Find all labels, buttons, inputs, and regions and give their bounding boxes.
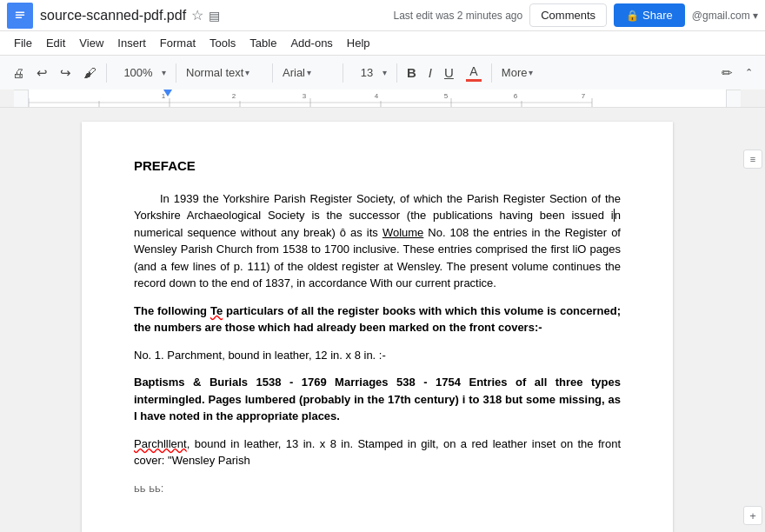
font-arrow-icon: ▾: [307, 68, 311, 77]
te-squiggly: Te: [210, 304, 223, 317]
notes-icon: ≡: [750, 154, 755, 164]
collapse-toolbar-button[interactable]: ⌃: [740, 60, 758, 86]
textcolor-button[interactable]: A: [461, 60, 487, 86]
app-icon: [7, 3, 33, 29]
divider-5: [396, 63, 397, 83]
textcolor-a-label: A: [469, 64, 477, 78]
right-sidebar: ≡ +: [741, 108, 765, 532]
font-value: Arial: [283, 66, 305, 79]
collapse-icon: ⌃: [745, 67, 753, 78]
svg-text:4: 4: [375, 92, 379, 100]
parchlllent-squiggly: Parchlllent: [134, 437, 187, 450]
paintformat-icon: 🖌: [83, 65, 96, 80]
divider-4: [343, 63, 343, 83]
svg-text:6: 6: [514, 92, 518, 100]
fontsize-value: 13: [353, 66, 381, 79]
divider-3: [272, 63, 273, 83]
wolume-link: Wolume: [382, 226, 423, 239]
paragraph-4: Baptisms & Burials 1538 - 1769 Marriages…: [134, 374, 621, 425]
top-bar: source-scanned-pdf.pdf ☆ ▤ Last edit was…: [0, 0, 765, 31]
document-scroll[interactable]: PREFACE In 1939 the Yorkshire Parish Reg…: [14, 108, 741, 532]
document-page: PREFACE In 1939 the Yorkshire Parish Reg…: [82, 122, 673, 532]
fontsize-arrow-icon: ▾: [382, 68, 387, 77]
bold-button[interactable]: B: [402, 60, 422, 86]
style-selector[interactable]: Normal text ▾: [181, 60, 268, 86]
title-area: source-scanned-pdf.pdf ☆ ▤: [40, 7, 393, 23]
paragraph-6: ьь ьь:: [134, 480, 621, 497]
more-label: More: [502, 66, 528, 79]
style-arrow-icon: ▾: [245, 68, 249, 77]
font-selector[interactable]: Arial ▾: [277, 60, 338, 86]
folder-icon[interactable]: ▤: [209, 9, 220, 23]
toolbar: 🖨 ↩ ↪ 🖌 100% ▾ Normal text ▾ Arial ▾ 13 …: [0, 56, 765, 90]
lock-icon: 🔒: [626, 10, 639, 22]
more-selector[interactable]: More ▾: [496, 60, 539, 86]
fontsize-selector[interactable]: 13 ▾: [348, 60, 392, 86]
paragraph-2: The following Te particulars of all the …: [134, 303, 621, 336]
menu-file[interactable]: File: [7, 33, 39, 53]
redo-icon: ↪: [60, 65, 71, 81]
underline-button[interactable]: U: [439, 60, 459, 86]
para2-bold: The following Te: [134, 304, 223, 317]
menu-addons[interactable]: Add-ons: [283, 33, 339, 53]
ruler: 1 2 3 4 5 6 7: [0, 90, 765, 108]
svg-text:1: 1: [162, 92, 166, 100]
textcolor-bar: [466, 79, 482, 82]
zoom-value: 100%: [116, 66, 160, 79]
document-area: PREFACE In 1939 the Yorkshire Parish Reg…: [0, 108, 765, 532]
preface-title: PREFACE: [134, 156, 621, 176]
undo-icon: ↩: [37, 65, 48, 81]
zoom-arrow-icon: ▾: [162, 68, 166, 77]
menu-bar: File Edit View Insert Format Tools Table…: [0, 31, 765, 56]
menu-help[interactable]: Help: [340, 33, 377, 53]
paintformat-button[interactable]: 🖌: [78, 60, 102, 86]
paragraph-5: Parchlllent, bound in leather, 13 in. x …: [134, 436, 621, 469]
redo-button[interactable]: ↪: [55, 60, 76, 86]
print-button[interactable]: 🖨: [7, 60, 30, 86]
style-value: Normal text: [186, 66, 243, 79]
zoom-selector[interactable]: 100% ▾: [111, 60, 171, 86]
svg-rect-2: [16, 14, 25, 16]
undo-button[interactable]: ↩: [31, 60, 53, 86]
svg-rect-1: [16, 11, 25, 13]
menu-edit[interactable]: Edit: [39, 33, 72, 53]
sidebar-notes-button[interactable]: ≡: [743, 150, 762, 169]
divider-1: [106, 63, 107, 83]
more-arrow-icon: ▾: [529, 68, 533, 77]
comments-button[interactable]: Comments: [529, 3, 607, 27]
paragraph-1: In 1939 the Yorkshire Parish Register So…: [134, 190, 621, 292]
pencil-button[interactable]: ✏: [716, 60, 738, 86]
svg-text:7: 7: [582, 92, 586, 100]
svg-text:2: 2: [232, 92, 236, 100]
italic-button[interactable]: I: [423, 60, 437, 86]
user-email[interactable]: @gmail.com ▾: [692, 10, 758, 22]
last-edit-label: Last edit was 2 minutes ago: [393, 10, 522, 22]
menu-format[interactable]: Format: [153, 33, 203, 53]
share-label: Share: [642, 9, 673, 22]
star-icon[interactable]: ☆: [191, 7, 203, 23]
print-icon: 🖨: [12, 66, 24, 80]
ruler-track: 1 2 3 4 5 6 7: [28, 90, 727, 107]
divider-2: [176, 63, 176, 83]
menu-tools[interactable]: Tools: [203, 33, 243, 53]
left-margin: [0, 108, 14, 532]
explore-icon: +: [749, 509, 756, 522]
menu-table[interactable]: Table: [243, 33, 283, 53]
para5-rest: , bound in leather, 13 in. x 8 in. Stamp…: [134, 437, 621, 468]
menu-view[interactable]: View: [72, 33, 110, 53]
svg-rect-3: [16, 17, 23, 18]
svg-text:5: 5: [444, 92, 449, 100]
sidebar-explore-button[interactable]: +: [743, 506, 762, 525]
svg-text:3: 3: [303, 92, 307, 100]
top-right-area: Last edit was 2 minutes ago Comments 🔒 S…: [393, 3, 758, 27]
menu-insert[interactable]: Insert: [110, 33, 153, 53]
paragraph-3: No. 1. Parchment, bound in leather, 12 i…: [134, 347, 621, 364]
share-button[interactable]: 🔒 Share: [614, 3, 685, 27]
document-title[interactable]: source-scanned-pdf.pdf: [40, 8, 186, 23]
pencil-icon: ✏: [722, 65, 733, 81]
divider-6: [491, 63, 492, 83]
